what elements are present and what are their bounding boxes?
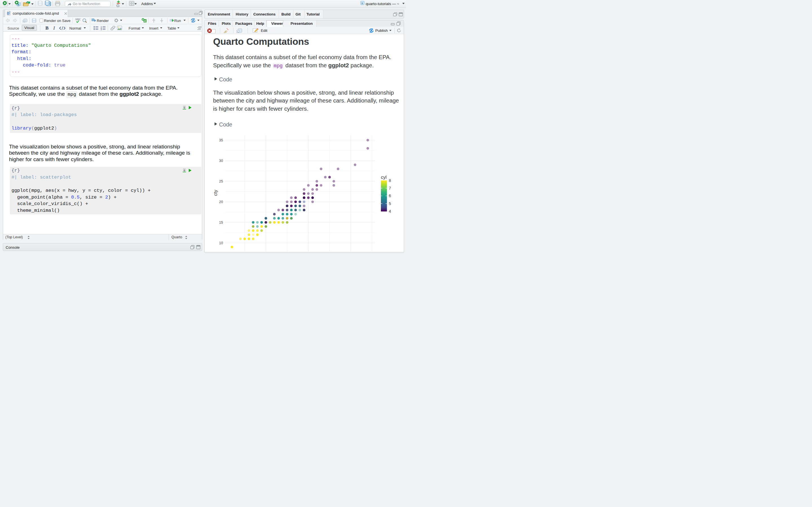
- svg-text:20: 20: [219, 200, 223, 204]
- svg-text:8: 8: [389, 178, 391, 183]
- svg-text:1: 1: [101, 26, 102, 28]
- svg-text:2: 2: [101, 28, 102, 30]
- svg-text:R: R: [361, 2, 363, 5]
- svg-text:G: G: [116, 3, 120, 8]
- svg-text:5: 5: [389, 202, 391, 206]
- svg-text:35: 35: [219, 138, 223, 142]
- svg-text:cty: cty: [213, 190, 218, 196]
- svg-text:6: 6: [389, 194, 391, 198]
- svg-text:C: C: [144, 19, 146, 22]
- svg-text:4: 4: [389, 209, 391, 214]
- svg-text:7: 7: [389, 186, 391, 190]
- svg-text:30: 30: [219, 159, 223, 163]
- svg-text:10: 10: [219, 241, 223, 245]
- svg-text:ABC: ABC: [75, 18, 81, 21]
- svg-text:25: 25: [219, 179, 223, 183]
- svg-text:cyl: cyl: [381, 175, 387, 180]
- svg-text:15: 15: [219, 221, 223, 224]
